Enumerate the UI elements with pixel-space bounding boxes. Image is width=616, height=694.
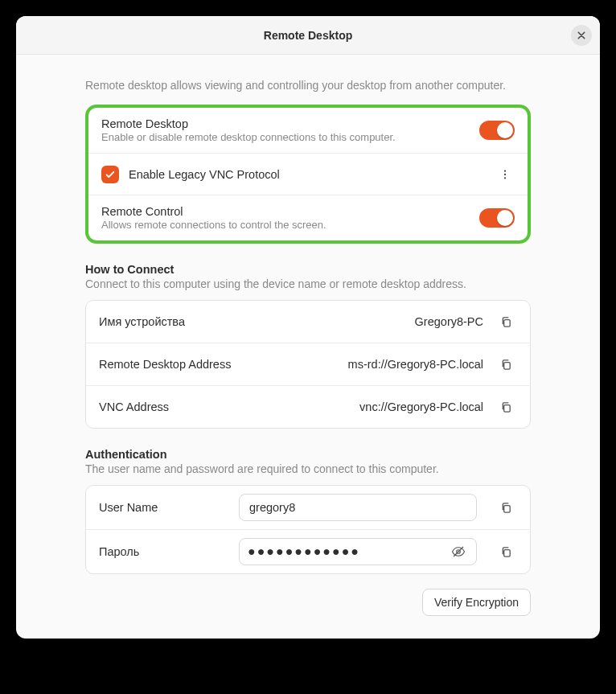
svg-rect-6: [503, 505, 510, 511]
authentication-sub: The user name and password are required …: [85, 462, 531, 475]
copy-icon: [500, 502, 512, 514]
remote-control-row: Remote Control Allows remote connections…: [88, 195, 528, 240]
copy-password-button[interactable]: [495, 540, 517, 563]
legacy-vnc-checkbox[interactable]: [101, 166, 119, 183]
copy-rdp-address-button[interactable]: [495, 353, 517, 376]
password-field-wrap: ●●●●●●●●●●●●: [239, 538, 477, 565]
device-name-label: Имя устройства: [99, 315, 415, 328]
check-icon: [105, 169, 116, 180]
auth-group: User Name Пароль ●●●●●●●●●●●●: [85, 485, 531, 574]
username-field-wrap: [239, 494, 477, 521]
svg-rect-4: [503, 362, 510, 368]
toggle-password-visibility-button[interactable]: [447, 540, 470, 563]
copy-icon: [500, 401, 512, 413]
rdp-address-row: Remote Desktop Address ms-rd://Gregory8-…: [86, 343, 530, 385]
copy-icon: [500, 359, 512, 371]
copy-vnc-address-button[interactable]: [495, 396, 517, 418]
how-to-connect-sub: Connect to this computer using the devic…: [85, 277, 531, 290]
verify-encryption-button[interactable]: Verify Encryption: [422, 589, 531, 616]
svg-rect-8: [503, 549, 510, 556]
device-name-value: Gregory8-PC: [415, 315, 488, 328]
svg-rect-5: [503, 404, 510, 411]
vnc-address-label: VNC Address: [99, 400, 359, 413]
device-name-row: Имя устройства Gregory8-PC: [86, 301, 530, 343]
copy-username-button[interactable]: [495, 496, 517, 519]
titlebar: Remote Desktop: [16, 16, 600, 55]
close-button[interactable]: [571, 25, 592, 46]
svg-point-0: [504, 170, 506, 171]
legacy-vnc-label: Enable Legacy VNC Protocol: [129, 168, 495, 181]
remote-desktop-switch[interactable]: [479, 121, 515, 140]
copy-device-name-button[interactable]: [495, 310, 517, 333]
remote-desktop-sub: Enable or disable remote desktop connect…: [101, 131, 479, 143]
kebab-icon: [499, 169, 511, 180]
copy-icon: [500, 316, 512, 328]
how-to-connect-title: How to Connect: [85, 263, 531, 276]
remote-control-label: Remote Control: [101, 205, 479, 218]
intro-text: Remote desktop allows viewing and contro…: [85, 77, 531, 93]
svg-point-2: [504, 177, 506, 179]
rdp-address-value: ms-rd://Gregory8-PC.local: [348, 358, 488, 371]
remote-desktop-dialog: Remote Desktop Remote desktop allows vie…: [16, 16, 600, 639]
content: Remote desktop allows viewing and contro…: [16, 55, 600, 639]
remote-control-sub: Allows remote connections to control the…: [101, 219, 479, 231]
window-title: Remote Desktop: [264, 29, 352, 42]
remote-desktop-label: Remote Desktop: [101, 117, 479, 130]
close-icon: [577, 31, 586, 40]
password-label: Пароль: [99, 545, 228, 558]
svg-point-1: [504, 174, 506, 175]
authentication-title: Authentication: [85, 448, 531, 461]
legacy-vnc-row: Enable Legacy VNC Protocol: [88, 153, 528, 195]
toggles-group: Remote Desktop Enable or disable remote …: [85, 105, 531, 244]
remote-desktop-row: Remote Desktop Enable or disable remote …: [88, 108, 528, 153]
footer: Verify Encryption: [85, 589, 531, 616]
username-label: User Name: [99, 501, 228, 514]
connect-group: Имя устройства Gregory8-PC Remote Deskto…: [85, 300, 531, 429]
copy-icon: [500, 546, 512, 558]
username-row: User Name: [86, 486, 530, 529]
eye-off-icon: [451, 544, 466, 559]
vnc-address-value: vnc://Gregory8-PC.local: [359, 400, 488, 413]
password-masked[interactable]: ●●●●●●●●●●●●: [248, 544, 447, 559]
remote-control-switch[interactable]: [479, 208, 515, 228]
username-input[interactable]: [248, 500, 470, 515]
rdp-address-label: Remote Desktop Address: [99, 358, 348, 371]
legacy-vnc-menu-button[interactable]: [495, 165, 515, 184]
password-row: Пароль ●●●●●●●●●●●●: [86, 529, 530, 573]
vnc-address-row: VNC Address vnc://Gregory8-PC.local: [86, 385, 530, 428]
svg-rect-3: [503, 319, 510, 326]
